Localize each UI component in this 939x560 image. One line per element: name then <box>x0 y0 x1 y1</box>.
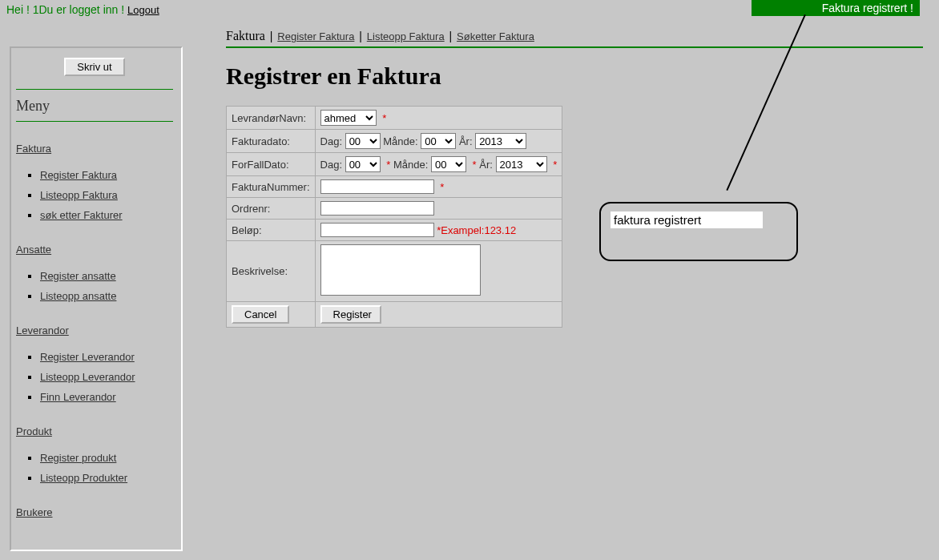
menu-header: Meny <box>16 96 173 118</box>
callout-box: faktura registrert <box>599 202 798 261</box>
sidebar-item-register-leverandor[interactable]: Register Leverandor <box>40 351 135 363</box>
sidebar: Skriv ut Meny Faktura Register Faktura L… <box>10 46 183 551</box>
print-button[interactable]: Skriv ut <box>64 58 124 76</box>
breadcrumb-current: Faktura <box>226 29 265 42</box>
greeting-prefix: Hei ! <box>6 3 33 16</box>
forfall-ar-select[interactable]: 2013 <box>496 156 547 172</box>
sublabel-dag: Dag: <box>320 159 342 171</box>
sidebar-cat-leverandor[interactable]: Leverandor <box>16 324 69 336</box>
fakturadato-ar-select[interactable]: 2013 <box>475 133 526 149</box>
label-fakturanummer: FakturaNummer: <box>227 176 316 198</box>
leverandor-select[interactable]: ahmed <box>320 110 377 126</box>
fakturanummer-input[interactable] <box>320 179 434 194</box>
breadcrumb-link[interactable]: Søketter Faktura <box>457 30 534 42</box>
sidebar-item-listeopp-faktura[interactable]: Listeopp Faktura <box>40 189 118 201</box>
required-asterisk: * <box>550 159 557 171</box>
main-content: Faktura | Register Faktura | Listeopp Fa… <box>226 29 923 328</box>
greeting-suffix: Du er logget inn ! <box>38 3 127 16</box>
list-item: søk etter Fakturer <box>40 209 173 221</box>
status-banner: Faktura registrert ! <box>752 0 920 16</box>
list-item: Listeopp Faktura <box>40 189 173 201</box>
forfall-dag-select[interactable]: 00 <box>345 156 381 172</box>
sidebar-cat-produkt[interactable]: Produkt <box>16 425 52 437</box>
sidebar-item-register-ansatte[interactable]: Register ansatte <box>40 270 116 282</box>
divider <box>226 46 923 48</box>
sidebar-cat-faktura[interactable]: Faktura <box>16 143 51 155</box>
sidebar-cat-brukere[interactable]: Brukere <box>16 506 53 518</box>
label-beskrivelse: Beskrivelse: <box>227 241 316 302</box>
list-item: Register produkt <box>40 452 173 464</box>
sublabel-dag: Dag: <box>320 135 342 147</box>
sublabel-mande: Månde: <box>383 135 417 147</box>
belop-input[interactable] <box>320 223 434 237</box>
sidebar-item-register-faktura[interactable]: Register Faktura <box>40 169 117 181</box>
label-forfalldato: ForFallDato: <box>227 153 316 176</box>
register-button[interactable]: Register <box>320 305 381 324</box>
sublabel-ar: År: <box>479 159 493 171</box>
label-fakturadato: Fakturadato: <box>227 130 316 153</box>
sidebar-item-sok-fakturer[interactable]: søk etter Fakturer <box>40 209 123 221</box>
logout-link[interactable]: Logout <box>127 4 159 16</box>
fakturadato-mnd-select[interactable]: 00 <box>421 133 456 149</box>
ordrenr-input[interactable] <box>320 201 434 216</box>
list-item: Finn Leverandor <box>40 391 173 403</box>
example-text: *Exampel:123.12 <box>437 224 516 236</box>
required-asterisk: * <box>383 159 390 171</box>
sidebar-item-listeopp-ansatte[interactable]: Listeopp ansatte <box>40 290 116 302</box>
breadcrumb-link[interactable]: Register Faktura <box>277 30 354 42</box>
sidebar-item-listeopp-leverandor[interactable]: Listeopp Leverandor <box>40 371 135 383</box>
breadcrumb: Faktura | Register Faktura | Listeopp Fa… <box>226 29 923 46</box>
register-form: LevrandørNavn: ahmed * Fakturadato: Dag:… <box>226 106 562 328</box>
sidebar-item-finn-leverandor[interactable]: Finn Leverandor <box>40 391 116 403</box>
sidebar-item-listeopp-produkter[interactable]: Listeopp Produkter <box>40 472 127 484</box>
divider <box>16 121 173 122</box>
page-title: Registrer en Faktura <box>226 62 923 90</box>
breadcrumb-link[interactable]: Listeopp Faktura <box>367 30 445 42</box>
label-ordrenr: Ordrenr: <box>227 198 316 220</box>
sublabel-ar: År: <box>459 135 473 147</box>
required-asterisk: * <box>437 181 444 193</box>
beskrivelse-textarea[interactable] <box>320 244 481 296</box>
sidebar-item-register-produkt[interactable]: Register produkt <box>40 452 116 464</box>
required-asterisk: * <box>379 112 386 124</box>
list-item: Register ansatte <box>40 270 173 282</box>
fakturadato-dag-select[interactable]: 00 <box>345 133 381 149</box>
list-item: Listeopp Produkter <box>40 472 173 484</box>
list-item: Listeopp Leverandor <box>40 371 173 383</box>
forfall-mnd-select[interactable]: 00 <box>431 156 466 172</box>
list-item: Listeopp ansatte <box>40 290 173 302</box>
required-asterisk: * <box>470 159 477 171</box>
sublabel-mande: Månde: <box>393 159 428 171</box>
label-belop: Beløp: <box>227 220 316 241</box>
callout-text: faktura registrert <box>611 212 763 228</box>
sidebar-cat-ansatte[interactable]: Ansatte <box>16 244 51 256</box>
list-item: Register Faktura <box>40 169 173 181</box>
label-leverandor: LevrandørNavn: <box>227 107 316 130</box>
cancel-button[interactable]: Cancel <box>232 305 289 324</box>
divider <box>16 89 173 90</box>
list-item: Register Leverandor <box>40 351 173 363</box>
